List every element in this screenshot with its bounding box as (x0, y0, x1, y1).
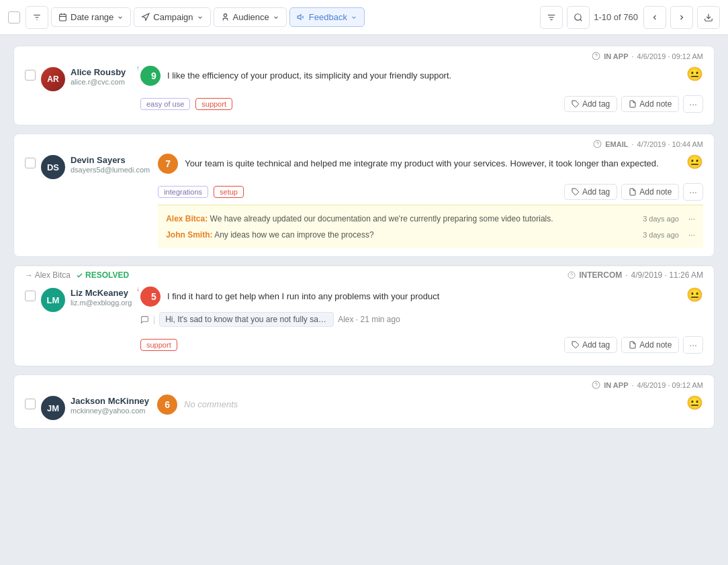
user-email-liz: liz.m@exblogg.org (71, 299, 132, 307)
card-meta-devin: EMAIL · 4/7/2019 · 10:44 AM (14, 134, 714, 151)
toolbar-right: 1-10 of 760 (540, 6, 720, 29)
user-info-jackson: Jackson McKinney mckinney@yahoo.com (71, 396, 149, 415)
svg-point-13 (575, 13, 581, 19)
more-btn-liz[interactable]: ··· (683, 336, 703, 354)
score-row-liz: ↓ 5 I find it hard to get help when I ru… (140, 287, 703, 307)
svg-marker-7 (142, 13, 149, 20)
more-btn-devin[interactable]: ··· (683, 183, 703, 201)
tag-setup[interactable]: setup (214, 186, 244, 198)
user-name-jackson: Jackson McKinney (71, 396, 149, 406)
user-email-devin: dsayers5d@lumedi.com (71, 166, 150, 174)
note-time-john: 3 days ago (643, 231, 679, 239)
select-checkbox-liz[interactable] (25, 291, 36, 301)
avatar-alice: AR (41, 67, 65, 91)
feedback-label: Feedback (309, 12, 347, 22)
filter-button[interactable] (26, 6, 48, 29)
comment-jackson: No comments (184, 395, 680, 411)
user-name-devin: Devin Sayers (71, 155, 150, 165)
note-author-alex: Alex Bitca: (166, 214, 208, 223)
resolved-row-liz: → Alex Bitca RESOLVED INTERCOM · 4/9/201… (14, 266, 714, 284)
meta-date-devin: 4/7/2019 · 10:44 AM (637, 140, 703, 148)
tag-support-alice[interactable]: support (195, 98, 232, 110)
campaign-button[interactable]: Campaign (134, 7, 210, 27)
note-content-alex: Alex Bitca: We have already updated our … (166, 214, 635, 223)
add-note-btn-devin[interactable]: Add note (621, 184, 679, 200)
add-note-btn-alice[interactable]: Add note (621, 96, 679, 112)
note-more-alex[interactable]: ··· (688, 214, 695, 223)
avatar-jackson: JM (41, 396, 65, 420)
note-row-alex: Alex Bitca: We have already updated our … (166, 211, 695, 227)
download-button[interactable] (697, 6, 720, 29)
tags-alice: easy of use support (140, 94, 232, 114)
reply-author-liz: Alex · 21 min ago (338, 315, 400, 324)
card-main-devin: 7 Your team is quite technical and helpe… (158, 154, 703, 248)
user-info-alice: Alice Rousby alice.r@cvc.com (71, 67, 126, 86)
prev-page-button[interactable] (643, 6, 666, 29)
meta-date-alice: 4/6/2019 · 09:12 AM (637, 52, 703, 60)
add-note-btn-liz[interactable]: Add note (621, 337, 679, 353)
resolved-meta-liz: INTERCOM · 4/9/2019 · 11:26 AM (567, 270, 703, 280)
score-badge-devin: 7 (158, 154, 178, 174)
note-content-john: John Smith: Any ideas how we can improve… (166, 230, 635, 240)
tag-support-liz[interactable]: support (140, 339, 177, 351)
user-name-liz: Liz McKeaney (71, 288, 132, 298)
user-info-devin: Devin Sayers dsayers5d@lumedi.com (71, 155, 150, 174)
user-email-jackson: mckinney@yahoo.com (71, 407, 149, 415)
note-more-john[interactable]: ··· (688, 230, 695, 240)
comment-devin: Your team is quite technical and helped … (185, 154, 680, 170)
select-checkbox-alice[interactable] (25, 70, 36, 81)
tags-actions-devin: integrations setup Add tag Add note ··· (158, 179, 703, 205)
tags-actions-liz: support Add tag Add note ··· (140, 332, 703, 358)
score-value-alice: 9 (151, 70, 156, 81)
card-body-alice: AR Alice Rousby alice.r@cvc.com ↑ 9 I li… (14, 63, 714, 125)
note-actions-alex: 3 days ago ··· (635, 214, 695, 223)
user-section-liz: LM Liz McKeaney liz.m@exblogg.org (25, 287, 132, 312)
more-btn-alice[interactable]: ··· (683, 95, 703, 113)
next-page-button[interactable] (670, 6, 693, 29)
note-author-john: John Smith: (166, 230, 212, 240)
feedback-button[interactable]: Feedback (289, 7, 365, 27)
emoji-liz: 😐 (686, 287, 703, 303)
card-meta-jackson: IN APP · 4/6/2019 · 09:12 AM (14, 375, 714, 392)
feedback-card-devin: EMAIL · 4/7/2019 · 10:44 AM DS Devin Say… (13, 134, 715, 257)
date-range-label: Date range (71, 12, 113, 22)
select-checkbox-devin[interactable] (25, 158, 36, 168)
card-body-liz: LM Liz McKeaney liz.m@exblogg.org ↓ 5 I … (14, 284, 714, 366)
sort-button[interactable] (540, 6, 563, 29)
score-row-alice: ↑ 9 I like the efficiency of your produc… (140, 66, 703, 86)
score-arrow-liz: ↓ (136, 285, 140, 293)
tag-integrations[interactable]: integrations (158, 186, 208, 198)
card-body-jackson: JM Jackson McKinney mckinney@yahoo.com 6… (14, 392, 714, 428)
card-body-devin: DS Devin Sayers dsayers5d@lumedi.com 7 Y… (14, 151, 714, 256)
toolbar: Date range Campaign Audience Feedback 1-… (0, 0, 728, 35)
date-range-button[interactable]: Date range (51, 7, 131, 27)
note-text-john: Any ideas how we can improve the process… (214, 230, 373, 240)
add-tag-btn-liz[interactable]: Add tag (564, 337, 617, 353)
feedback-card-jackson: IN APP · 4/6/2019 · 09:12 AM JM Jackson … (13, 374, 715, 429)
notes-devin: Alex Bitca: We have already updated our … (158, 205, 703, 248)
select-all-checkbox[interactable] (8, 11, 20, 23)
meta-source-jackson: IN APP (604, 381, 628, 389)
score-value-jackson: 6 (165, 399, 170, 410)
reply-text-liz: Hi, It's sad to know that you are not fu… (159, 312, 334, 327)
user-section-jackson: JM Jackson McKinney mckinney@yahoo.com (25, 395, 149, 420)
meta-separator-alice: · (631, 52, 633, 60)
select-checkbox-jackson[interactable] (25, 399, 36, 409)
meta-date-jackson: 4/6/2019 · 09:12 AM (637, 381, 703, 389)
user-info-liz: Liz McKeaney liz.m@exblogg.org (71, 288, 132, 307)
svg-rect-3 (60, 14, 66, 21)
score-badge-alice: ↑ 9 (140, 66, 161, 86)
tag-easy-of-use[interactable]: easy of use (140, 98, 190, 110)
toolbar-left: Date range Campaign Audience Feedback (8, 6, 537, 29)
add-tag-btn-devin[interactable]: Add tag (564, 184, 617, 200)
comment-alice: I like the efficiency of your product, i… (167, 66, 680, 83)
user-section-alice: AR Alice Rousby alice.r@cvc.com (25, 66, 132, 91)
search-button[interactable] (567, 6, 590, 29)
audience-button[interactable]: Audience (214, 7, 287, 27)
add-tag-btn-alice[interactable]: Add tag (564, 96, 617, 112)
tags-actions-alice: easy of use support Add tag Add note ··· (140, 91, 703, 117)
tags-liz: support (140, 335, 177, 355)
reply-preview-liz: | Hi, It's sad to know that you are not … (140, 312, 703, 327)
pagination-text: 1-10 of 760 (594, 12, 638, 22)
meta-source-liz: INTERCOM (579, 270, 622, 280)
